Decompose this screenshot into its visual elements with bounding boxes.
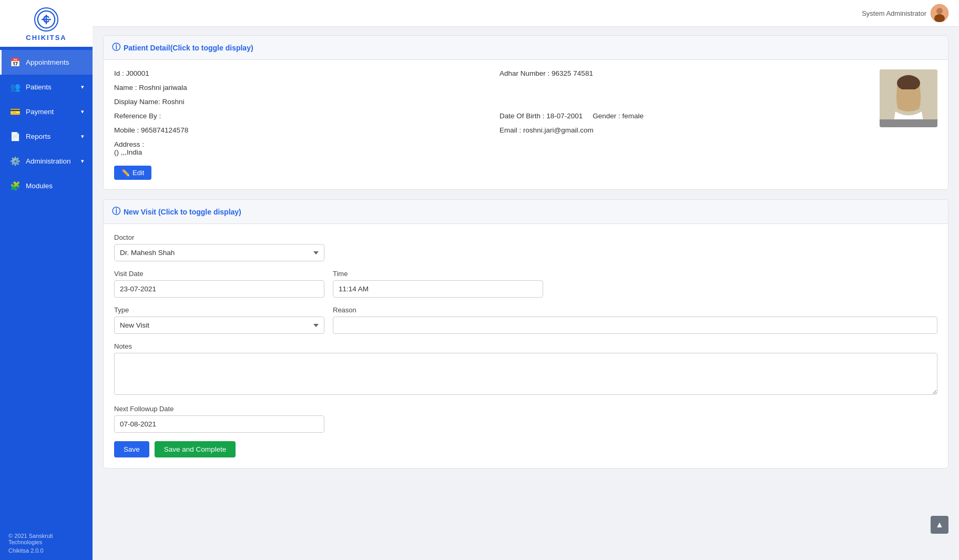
user-name: System Administrator [862,9,926,17]
sidebar-item-payment-label: Payment [26,108,54,116]
sidebar-item-modules-label: Modules [26,182,53,190]
followup-label: Next Followup Date [114,405,324,413]
edit-button[interactable]: ✏️ Edit [114,166,151,180]
new-visit-panel-header[interactable]: ⓘ New Visit (Click to toggle display) [104,200,948,224]
sidebar-item-patients-label: Patients [26,83,52,91]
scroll-top-button[interactable]: ▲ [931,516,948,534]
sidebar-item-payment[interactable]: 💳 Payment ▾ [0,99,93,124]
sidebar-item-reports-label: Reports [26,133,50,140]
patient-mobile: Mobile : 965874124578 [114,126,484,134]
sidebar-item-reports[interactable]: 📄 Reports ▾ [0,124,93,149]
reason-input[interactable] [333,317,937,334]
patients-chevron-icon: ▾ [81,84,84,90]
user-info: System Administrator [862,4,948,22]
notes-group: Notes [114,342,937,396]
sidebar-footer: © 2021 Sanskruti Technologies Chikitsa 2… [0,526,93,560]
patient-email: Email : roshni.jari@gmail.com [499,126,869,134]
svg-point-5 [936,8,943,14]
patient-photo [880,69,937,127]
app-name: CHIKITSA [26,34,66,42]
sidebar-item-administration[interactable]: ⚙️ Administration ▾ [0,149,93,174]
sidebar-item-appointments-label: Appointments [26,58,69,66]
patient-adhar: Adhar Number : 96325 74581 [499,69,869,77]
copyright: © 2021 Sanskruti Technologies [8,533,84,545]
svg-rect-11 [880,119,937,127]
avatar [931,4,948,22]
doctor-group: Doctor Dr. Mahesh Shah [114,233,937,261]
new-visit-toggle-icon: ⓘ [112,206,120,217]
followup-input[interactable] [114,415,324,433]
patient-panel-body: Id : J00001 Adhar Number : 96325 74581 N… [104,60,948,189]
save-complete-button[interactable]: Save and Complete [155,441,236,457]
logo-area: C CHIKITSA [0,0,93,47]
sidebar-item-appointments[interactable]: 📅 Appointments [0,50,93,75]
sidebar-item-patients[interactable]: 👥 Patients ▾ [0,75,93,99]
patient-address: Address : () ,,,India [114,140,484,156]
content-area: ⓘ Patient Detail(Click to toggle display… [93,27,959,486]
time-group: Time [333,270,543,298]
notes-label: Notes [114,342,937,350]
visit-date-label: Visit Date [114,270,324,278]
admin-chevron-icon: ▾ [81,158,84,165]
action-buttons: Save Save and Complete [114,441,937,457]
admin-icon: ⚙️ [10,156,21,166]
type-group: Type New Visit Follow Up Emergency [114,306,324,334]
doctor-select[interactable]: Dr. Mahesh Shah [114,244,324,261]
patient-display-name: Display Name: Roshni [114,98,484,106]
patient-name: Name : Roshni jariwala [114,84,484,91]
date-time-row: Visit Date Time [114,270,937,306]
visit-date-input[interactable] [114,280,324,298]
time-label: Time [333,270,543,278]
visit-date-group: Visit Date [114,270,324,298]
type-label: Type [114,306,324,314]
svg-point-10 [897,75,920,91]
patient-dob: Date Of Birth : 18-07-2001 Gender : fema… [499,112,869,120]
type-reason-row: Type New Visit Follow Up Emergency Reaso… [114,306,937,342]
appointments-icon: 📅 [10,57,21,67]
main-content: System Administrator ⓘ Patient Detail(Cl… [93,0,959,560]
patient-reference: Reference By : [114,112,484,120]
payment-icon: 💳 [10,107,21,117]
patient-panel-title: Patient Detail(Click to toggle display) [124,44,253,52]
patient-panel-header[interactable]: ⓘ Patient Detail(Click to toggle display… [104,36,948,60]
followup-group: Next Followup Date [114,405,324,433]
reason-group: Reason [333,306,937,334]
new-visit-panel: ⓘ New Visit (Click to toggle display) Do… [103,199,948,469]
type-select[interactable]: New Visit Follow Up Emergency [114,317,324,334]
version: Chikitsa 2.0.0 [8,547,84,554]
sidebar-item-modules[interactable]: 🧩 Modules [0,174,93,198]
patient-toggle-icon: ⓘ [112,42,120,53]
doctor-label: Doctor [114,233,937,241]
save-button[interactable]: Save [114,441,149,457]
nav-menu: 📅 Appointments 👥 Patients ▾ 💳 Payment ▾ … [0,47,93,526]
payment-chevron-icon: ▾ [81,108,84,115]
reason-label: Reason [333,306,937,314]
time-input[interactable] [333,280,543,298]
reports-icon: 📄 [10,131,21,141]
new-visit-panel-title: New Visit (Click to toggle display) [124,208,241,216]
topbar: System Administrator [93,0,959,27]
sidebar-item-admin-label: Administration [26,157,71,165]
edit-icon: ✏️ [121,169,130,177]
notes-textarea[interactable] [114,353,937,395]
patient-panel: ⓘ Patient Detail(Click to toggle display… [103,35,948,190]
patient-id: Id : J00001 [114,69,484,77]
sidebar: C CHIKITSA 📅 Appointments 👥 Patients ▾ 💳… [0,0,93,560]
reports-chevron-icon: ▾ [81,133,84,140]
new-visit-form: Doctor Dr. Mahesh Shah Visit Date Time [104,224,948,468]
logo-icon: C [34,7,58,32]
patients-icon: 👥 [10,82,21,92]
modules-icon: 🧩 [10,181,21,191]
